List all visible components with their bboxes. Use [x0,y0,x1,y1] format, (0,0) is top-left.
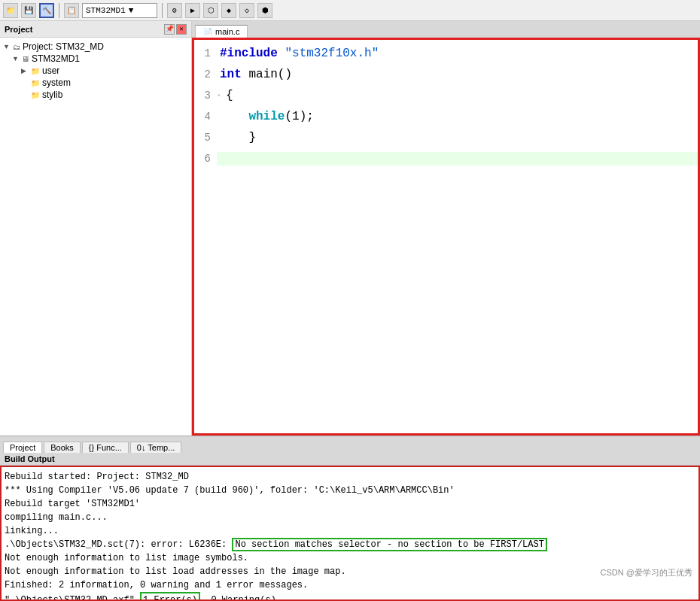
tree-target[interactable]: ▼ 🖥 STM32MD1 [3,53,188,65]
bottom-tab-project[interactable]: Project [3,442,42,453]
toolbar-icon-5[interactable]: ⚙ [167,3,182,18]
tab-label: main.c [215,27,239,36]
bottom-area: Project Books {} Func... 0↓ Temp... Buil… [0,436,700,601]
toolbar-icon-2[interactable]: 💾 [21,3,36,18]
code-line-5: 5 } [194,127,698,148]
toolbar-icon-10[interactable]: ⬢ [257,3,272,18]
tree-root[interactable]: ▼ 🗂 Project: STM32_MD [3,41,188,53]
bottom-tabs: Project Books {} Func... 0↓ Temp... [0,436,700,453]
build-line-2: *** Using Compiler 'V5.06 update 7 (buil… [5,484,695,497]
tree-user-label: user [42,65,59,76]
editor-area: 📄 main.c 1 #include "stm32f10x.h" 2 int … [192,21,700,436]
target-icon: 🖥 [22,55,29,63]
line-num-1: 1 [194,47,217,59]
separator-1 [59,3,59,18]
build-line-9: Finished: 2 information, 0 warning and 1… [5,578,695,592]
line-content-5: } [217,131,698,144]
code-line-3: 3 ▫ { [194,85,698,106]
line-num-4: 4 [194,111,217,123]
build-line-8: Not enough information to list load addr… [5,565,695,578]
str-header: "stm32f10x.h" [285,47,379,60]
code-line-6: 6 [194,148,698,169]
toolbar-icon-build[interactable]: 🔨 [39,3,54,18]
kw-include: #include [220,47,278,60]
toolbar-icon-7[interactable]: ⬡ [203,3,218,18]
fn-main: main() [248,68,292,81]
tab-bar: 📄 main.c [192,21,700,38]
build-line-6: .\Objects\STM32_MD.sct(7): error: L6236E… [5,538,695,551]
toolbar-icon-4[interactable]: 📋 [64,3,79,18]
build-line-10: ".\Objects\STM32_MD.axf" 1 Error(s), 0 W… [5,592,695,601]
build-output-header: Build Output [0,453,700,466]
tree-root-label: Project: STM32_MD [23,41,104,52]
user-expand-icon: ▶ [21,67,29,74]
watermark: CSDN @爱学习的王优秀 [601,567,692,578]
user-folder-icon: 📁 [31,67,40,75]
target-expand-icon: ▼ [12,55,20,62]
line-content-6 [217,152,698,165]
panel-controls: 📌 ✕ [164,24,187,35]
line-content-2: int main() [217,68,698,81]
bottom-tab-temp[interactable]: 0↓ Temp... [130,442,182,453]
tree-stylib-label: stylib [42,90,62,100]
build-line-4: compiling main.c... [5,511,695,524]
build-line-5: linking... [5,524,695,538]
line-content-1: #include "stm32f10x.h" [217,47,698,60]
root-icon: 🗂 [13,43,20,51]
toolbar-icon-9[interactable]: ◇ [239,3,254,18]
tab-file-icon: 📄 [203,28,212,36]
build-output-title: Build Output [5,454,55,463]
error-count-box: 1 Error(s) [140,592,200,601]
root-expand-icon: ▼ [3,43,11,50]
code-line-1: 1 #include "stm32f10x.h" [194,43,698,64]
bottom-tab-project-label: Project [10,443,35,452]
bottom-tab-func-label: {} Func... [89,443,122,452]
line-num-2: 2 [194,68,217,80]
while-body: (1); [285,110,313,123]
build-line-7: Not enough information to list image sym… [5,551,695,565]
panel-pin-btn[interactable]: 📌 [164,24,175,35]
bottom-tab-books[interactable]: Books [44,442,81,453]
toolbar-icon-1[interactable]: 📁 [3,3,18,18]
kw-while: while [248,110,285,123]
main-area: Project 📌 ✕ ▼ 🗂 Project: STM32_MD ▼ 🖥 ST… [0,21,700,436]
project-panel: Project 📌 ✕ ▼ 🗂 Project: STM32_MD ▼ 🖥 ST… [0,21,192,436]
separator-2 [162,3,163,18]
panel-close-btn[interactable]: ✕ [176,24,187,35]
toolbar-dropdown[interactable]: STM32MD1 ▼ [82,3,157,18]
code-editor[interactable]: 1 #include "stm32f10x.h" 2 int main() 3 … [192,38,700,436]
tree-system-label: system [42,77,71,88]
line-content-3: { [223,89,698,102]
tree-target-label: STM32MD1 [32,53,80,64]
kw-int: int [220,68,242,81]
bottom-tab-func[interactable]: {} Func... [82,442,129,453]
project-tree: ▼ 🗂 Project: STM32_MD ▼ 🖥 STM32MD1 ▶ 📁 u… [0,38,191,436]
dropdown-label: STM32MD1 [86,6,126,15]
line-content-4: while(1); [217,110,698,123]
line-num-5: 5 [194,132,217,144]
code-lines: 1 #include "stm32f10x.h" 2 int main() 3 … [194,40,698,172]
project-panel-title: Project [5,25,32,34]
tree-stylib-folder[interactable]: 📁 stylib [3,89,188,101]
system-folder-icon: 📁 [31,79,40,87]
toolbar: 📁 💾 🔨 📋 STM32MD1 ▼ ⚙ ▶ ⬡ ◆ ◇ ⬢ [0,0,700,21]
code-line-2: 2 int main() [194,64,698,85]
dropdown-arrow: ▼ [129,6,134,15]
project-panel-header: Project 📌 ✕ [0,21,191,38]
build-line-1: Rebuild started: Project: STM32_MD [5,470,695,484]
bottom-tab-temp-label: 0↓ Temp... [137,443,175,452]
line-num-6: 6 [194,153,217,165]
bottom-tab-books-label: Books [50,443,74,452]
build-line-3: Rebuild target 'STM32MD1' [5,497,695,511]
collapse-btn-3[interactable]: ▫ [217,92,223,100]
tree-system-folder[interactable]: 📁 system [3,77,188,89]
line-num-3: 3 [194,90,217,102]
error-highlight-text: No section matches selector - no section… [232,538,546,551]
code-line-4: 4 while(1); [194,106,698,127]
toolbar-icon-8[interactable]: ◆ [221,3,236,18]
toolbar-icon-6[interactable]: ▶ [185,3,200,18]
tab-main-c[interactable]: 📄 main.c [195,25,248,38]
tree-user-folder[interactable]: ▶ 📁 user [3,65,188,77]
build-output[interactable]: Rebuild started: Project: STM32_MD *** U… [0,466,700,601]
stylib-folder-icon: 📁 [31,91,40,99]
